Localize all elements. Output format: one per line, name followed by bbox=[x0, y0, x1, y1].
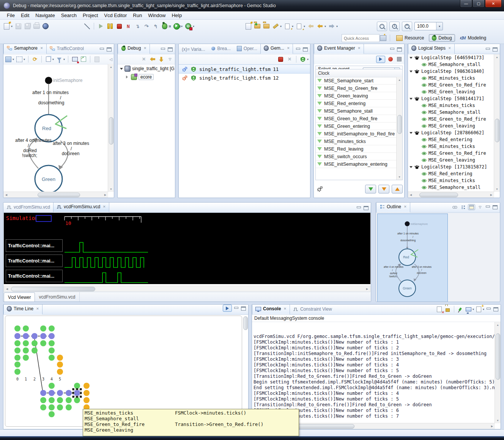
signal-label[interactable]: TrafficControl::mai... bbox=[6, 239, 63, 252]
print-icon[interactable] bbox=[33, 23, 40, 30]
close-icon[interactable]: ✕ bbox=[448, 46, 451, 50]
outline-thumbnail[interactable]: initSemaphore after 1 on minutes / dosom… bbox=[377, 214, 448, 302]
play-timeline-button[interactable] bbox=[223, 305, 232, 312]
layout-dropdown-icon[interactable]: ▾ bbox=[13, 58, 14, 61]
zoom-out-button[interactable]: - bbox=[377, 22, 387, 31]
tab-vcd-source[interactable]: vcdFromSimu.vcd bbox=[35, 292, 79, 302]
duplicate-dropdown-icon[interactable]: ▾ bbox=[52, 58, 54, 61]
tab-console[interactable]: Console ✕ bbox=[252, 304, 290, 314]
coverage-dropdown-icon[interactable]: ▾ bbox=[193, 25, 194, 28]
display-console-dropdown-icon[interactable]: ▾ bbox=[472, 308, 474, 311]
mark-occurrences-icon[interactable] bbox=[272, 23, 279, 30]
minimize-icon[interactable] bbox=[160, 47, 166, 52]
logical-step-row[interactable]: LogicalStep [986361840] bbox=[408, 68, 494, 75]
state-diagram[interactable]: initSemaphore after 1 on minutes / dosom… bbox=[3, 64, 105, 192]
new-wizard-dropdown-icon[interactable]: ▾ bbox=[11, 25, 13, 28]
tab-breakpoints[interactable]: Brea... bbox=[208, 44, 233, 54]
window-maximize-button[interactable]: ▢ bbox=[472, 0, 485, 8]
logical-step-row[interactable]: LogicalStep [646594173] bbox=[408, 54, 494, 61]
engine-shield-icon[interactable] bbox=[299, 56, 306, 63]
vcd-horizontal-scrollbar[interactable]: ◀▶ bbox=[4, 286, 370, 292]
stop-icon[interactable] bbox=[396, 56, 403, 63]
force-clock-down-button[interactable] bbox=[378, 185, 389, 193]
resume-icon[interactable] bbox=[98, 23, 104, 30]
clock-column-header[interactable]: Clock bbox=[316, 69, 402, 77]
menu-item[interactable]: Search bbox=[58, 11, 80, 20]
run-dropdown-icon[interactable]: ▾ bbox=[181, 25, 183, 28]
force-clock-green-button[interactable] bbox=[365, 185, 376, 193]
link-with-editor-icon[interactable] bbox=[451, 204, 458, 211]
clock-row[interactable]: MSE_Red_to_Green_fire bbox=[316, 85, 396, 92]
save-icon[interactable] bbox=[15, 23, 22, 30]
clock-row[interactable]: MSE_minutes_ticks bbox=[316, 138, 396, 145]
mse-event-row[interactable]: MSE_minutes_ticks bbox=[408, 102, 494, 109]
tab-trafficcontrol[interactable]: TrafficControl bbox=[47, 44, 87, 54]
tab-logical-steps[interactable]: Logical Steps✕ bbox=[408, 44, 455, 54]
clock-row[interactable]: MSE_initSemaphore_entering bbox=[316, 160, 396, 168]
close-icon[interactable]: ✕ bbox=[404, 205, 407, 209]
display-console-icon[interactable] bbox=[465, 306, 472, 313]
clock-row[interactable]: MSE_Green_to_Red_fire bbox=[316, 115, 396, 123]
close-icon[interactable]: ✕ bbox=[284, 307, 287, 311]
window-close-button[interactable]: ✕ bbox=[485, 0, 502, 8]
mark-occurrences-dropdown-icon[interactable]: ▾ bbox=[280, 25, 282, 28]
snapshot-icon[interactable] bbox=[71, 56, 78, 63]
clear-console-icon[interactable] bbox=[436, 306, 443, 313]
minimize-icon[interactable] bbox=[486, 307, 491, 312]
export-diagram-icon[interactable] bbox=[80, 56, 87, 63]
search-orb-icon[interactable] bbox=[42, 23, 49, 30]
paste-icon[interactable] bbox=[93, 56, 100, 63]
skip-all-breakpoints-icon[interactable] bbox=[83, 23, 90, 30]
debug-launch-icon[interactable] bbox=[161, 23, 168, 30]
tree-view-icon[interactable] bbox=[460, 204, 466, 211]
mse-event-row[interactable]: MSE_Semaphore_stall bbox=[408, 109, 494, 116]
expand-arrow-icon[interactable] bbox=[410, 166, 413, 170]
mse-event-row[interactable]: MSE_Green_leaving bbox=[408, 157, 494, 163]
clock-row[interactable]: MSE_Red_entering bbox=[316, 100, 396, 107]
next-annotation-icon[interactable] bbox=[284, 23, 291, 30]
back-dropdown-icon[interactable]: ▾ bbox=[324, 25, 326, 28]
selection-mode-icon[interactable] bbox=[16, 56, 23, 63]
logical-step-row[interactable]: LogicalStep [287866062] bbox=[408, 129, 494, 136]
scroll-lock-icon[interactable] bbox=[444, 306, 451, 313]
mse-event-row[interactable]: MSE_Green_to_Red_fire bbox=[408, 82, 494, 88]
menu-item[interactable]: File bbox=[4, 11, 18, 20]
open-perspective-icon[interactable] bbox=[380, 35, 386, 41]
minimize-icon[interactable] bbox=[389, 47, 395, 52]
tab-vcd-2[interactable]: vcdFromSimu.vcd ✕ bbox=[53, 202, 109, 212]
tab-constraint-view[interactable]: Constraint View bbox=[290, 304, 335, 314]
expand-arrow-icon[interactable] bbox=[410, 57, 413, 60]
debug-tree-root[interactable]: single_traffic_light [G bbox=[118, 64, 175, 73]
minimize-icon[interactable] bbox=[485, 205, 491, 210]
clock-scrollbar[interactable]: ▲▼ bbox=[396, 77, 402, 180]
open-resource-icon[interactable] bbox=[263, 23, 270, 30]
signal-label[interactable]: TrafficControl::mai... bbox=[6, 270, 63, 282]
tab-operations[interactable]: Oper... bbox=[234, 44, 260, 54]
menu-item[interactable]: Run bbox=[130, 11, 145, 20]
maximize-icon[interactable] bbox=[302, 47, 308, 52]
horizontal-scrollbar[interactable]: ◀▶ bbox=[408, 192, 494, 198]
minimize-icon[interactable] bbox=[485, 47, 491, 52]
perspective-resource[interactable]: Resource bbox=[394, 35, 427, 42]
overview-mode-button[interactable] bbox=[468, 204, 475, 210]
zoom-in-button[interactable]: + bbox=[402, 22, 412, 31]
maximize-icon[interactable] bbox=[397, 47, 402, 52]
tab-semaphore[interactable]: Semaphore ✕ bbox=[3, 44, 47, 54]
vcd-waveform-canvas[interactable]: Simulation 10 TrafficControl::mai... Tra… bbox=[4, 213, 370, 284]
mse-event-row[interactable]: MSE_Semaphore_stall bbox=[408, 61, 494, 68]
mse-event-row[interactable]: MSE_Semaphore_stall bbox=[408, 184, 494, 191]
tab-gemoc[interactable]: Gem...✕ bbox=[260, 44, 293, 54]
menu-item[interactable]: Edit bbox=[18, 11, 32, 20]
suspend-icon[interactable] bbox=[107, 23, 113, 30]
mse-event-row[interactable]: MSE_Green_to_Red_fire bbox=[408, 150, 494, 157]
view-menu-icon[interactable]: ▽ bbox=[167, 56, 173, 63]
stop-engine-icon[interactable] bbox=[277, 56, 284, 63]
new-launch-config-icon[interactable] bbox=[245, 23, 252, 30]
terminate-icon[interactable] bbox=[116, 23, 123, 30]
dispose-engines-icon[interactable]: ✕ bbox=[286, 56, 293, 63]
step-forward-icon[interactable] bbox=[158, 56, 165, 63]
close-icon[interactable]: ✕ bbox=[143, 46, 146, 50]
refresh-icon[interactable]: ⟳ bbox=[32, 56, 38, 63]
shield-dropdown-icon[interactable]: ▾ bbox=[307, 58, 309, 61]
minimize-icon[interactable] bbox=[295, 47, 301, 52]
